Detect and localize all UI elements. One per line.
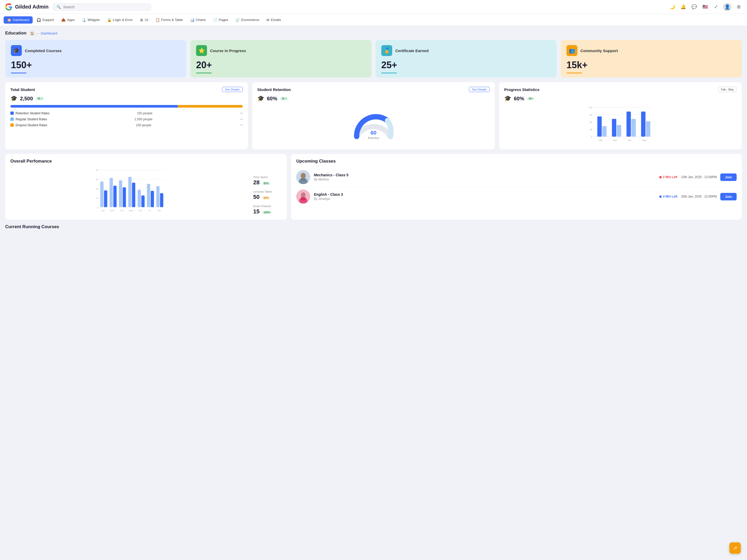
nav-label-ecommerce: Ecommerce — [241, 18, 259, 22]
community-label: Community Support — [581, 49, 618, 53]
svg-text:Tue: Tue — [120, 210, 124, 212]
donut-chart: 60 Retention — [257, 105, 490, 144]
svg-text:40: 40 — [96, 188, 98, 190]
community-underline — [566, 73, 582, 73]
certificate-icon: 🏅 — [381, 45, 392, 56]
total-student-see-details[interactable]: See Details — [222, 87, 243, 92]
avatar[interactable]: 👤 — [723, 3, 731, 11]
retention-see-details[interactable]: See Details — [469, 87, 490, 92]
svg-rect-17 — [631, 119, 636, 136]
nav-item-support[interactable]: 🎧 Support — [33, 16, 58, 24]
nav-item-ecommerce[interactable]: 🛒 Ecommerce — [232, 16, 262, 24]
svg-text:Mar: Mar — [613, 139, 617, 141]
retention-cap-icon: 🎓 — [257, 95, 264, 102]
performance-title: Overall Perfomance — [10, 159, 282, 164]
nav-item-pages[interactable]: 📄 Pages — [210, 16, 232, 24]
legend-retention: Retention Student Rates 150 people ↪ — [10, 111, 243, 115]
charts-icon: 📊 — [190, 18, 195, 22]
chat-icon[interactable]: 💬 — [691, 3, 698, 10]
ui-icon: 🖥 — [140, 18, 144, 22]
app-name: Gilded Admin — [15, 4, 49, 10]
svg-text:May: May — [642, 139, 647, 141]
in-progress-value: 20+ — [196, 60, 366, 71]
stat-cards: 🎓 Completed Courses 150+ ⭐ Course in Pro… — [5, 40, 742, 78]
student-retention-widget: Student Retention See Details 🎓 60% 30 +… — [252, 82, 495, 149]
upcoming-classes-card: Upcoming Classes Mechanics - Class 5 By … — [291, 154, 742, 220]
bell-icon[interactable]: 🔔 — [679, 3, 687, 10]
widgets-icon: ⚓ — [82, 18, 86, 22]
join-btn-1[interactable]: Join — [720, 193, 737, 201]
class-status-text-1: 4 Min Left — [663, 195, 677, 198]
nav-item-charts[interactable]: 📊 Charts — [187, 16, 209, 24]
progress-bar-chart: 120 90 60 30 0 — [504, 105, 737, 145]
forms-icon: 📋 — [155, 18, 160, 22]
svg-point-56 — [301, 173, 306, 179]
completed-value: 150+ — [11, 60, 181, 71]
student-cap-icon: 🎓 — [10, 95, 17, 102]
widgets-row: Total Student See Details 🎓 2,500 45 + R… — [5, 82, 742, 149]
flag-icon[interactable]: 🇺🇸 — [701, 3, 709, 10]
logo: Gilded Admin — [5, 3, 49, 11]
upcoming-title: Upcoming Classes — [296, 159, 737, 164]
svg-text:30: 30 — [590, 128, 592, 131]
breadcrumb-page[interactable]: Dashboard — [41, 31, 57, 35]
fullscreen-icon[interactable]: ⤢ — [712, 3, 720, 10]
exam-value: 15 — [253, 208, 259, 215]
bottom-row: Overall Perfomance 80 60 40 20 — [5, 154, 742, 220]
lessons-badge: 65% — [262, 196, 271, 199]
google-g-icon — [5, 3, 13, 11]
legend-retention-label: Retention Student Rates — [16, 111, 50, 115]
search-input[interactable] — [63, 5, 147, 9]
in-progress-label: Course in Progress — [210, 49, 246, 53]
header-icons: 🌙 🔔 💬 🇺🇸 ⤢ 👤 ⊞ — [669, 3, 742, 11]
progress-pct: 60% — [514, 96, 524, 102]
in-progress-icon: ⭐ — [196, 45, 207, 56]
breadcrumb: Education 🏠 — Dashboard — [5, 31, 742, 36]
completed-icon: 🎓 — [11, 45, 22, 56]
nav-item-widgets[interactable]: ⚓ Widgets — [79, 16, 103, 24]
svg-rect-14 — [612, 119, 616, 136]
join-btn-0[interactable]: Join — [720, 174, 737, 181]
svg-text:Mon: Mon — [110, 210, 114, 212]
svg-rect-37 — [113, 186, 117, 207]
progress-title: Progress Statistics — [504, 87, 540, 92]
svg-rect-46 — [156, 186, 160, 207]
ecommerce-icon: 🛒 — [235, 18, 240, 22]
performance-chart: 80 60 40 20 0 — [10, 167, 282, 215]
legend-regular: Regular Student Rates 1,050 people ↪ — [10, 117, 243, 121]
nav-item-dashboard[interactable]: 🏠 Dashboard — [4, 16, 33, 24]
exam-badge: 100% — [262, 211, 272, 214]
svg-rect-13 — [602, 126, 607, 137]
svg-text:60: 60 — [590, 121, 592, 124]
svg-text:Thu: Thu — [138, 210, 142, 212]
nav-item-apps[interactable]: 📥 Apps — [58, 16, 78, 24]
svg-rect-34 — [100, 182, 104, 207]
svg-rect-19 — [646, 121, 650, 137]
in-progress-underline — [196, 73, 212, 73]
certificate-underline — [381, 73, 397, 73]
nav-label-widgets: Widgets — [88, 18, 100, 22]
nav-item-forms[interactable]: 📋 Forms & Table — [152, 16, 186, 24]
stat-card-completed: 🎓 Completed Courses 150+ — [5, 40, 186, 78]
grid-icon[interactable]: ⊞ — [735, 3, 742, 10]
nav-label-dashboard: Dashboard — [13, 18, 29, 22]
total-student-title: Total Student — [10, 87, 35, 92]
student-progress-bar — [10, 105, 243, 108]
legend-dropout-count: 100 people — [136, 124, 151, 127]
certificate-value: 25+ — [381, 60, 551, 71]
class-status-0: 2 Min Left — [659, 175, 677, 179]
moon-icon[interactable]: 🌙 — [669, 3, 676, 10]
total-student-widget: Total Student See Details 🎓 2,500 45 + R… — [5, 82, 248, 149]
time-spent-badge: 85% — [262, 182, 271, 185]
retention-badge: 30 + — [280, 97, 289, 101]
search-bar[interactable]: 🔍 — [53, 3, 151, 10]
svg-text:Apr: Apr — [628, 139, 631, 141]
progress-cap-icon: 🎓 — [504, 95, 511, 102]
apps-icon: 📥 — [61, 18, 66, 22]
nav-item-ui[interactable]: 🖥 UI — [136, 16, 152, 24]
svg-rect-18 — [641, 111, 646, 137]
dot-blue — [10, 111, 14, 115]
stat-card-certificate: 🏅 Certificate Earned 25+ — [376, 40, 557, 78]
nav-item-login-error[interactable]: 🔒 Login & Error — [104, 16, 136, 24]
nav-item-emails[interactable]: ✉ Emails — [263, 16, 284, 24]
